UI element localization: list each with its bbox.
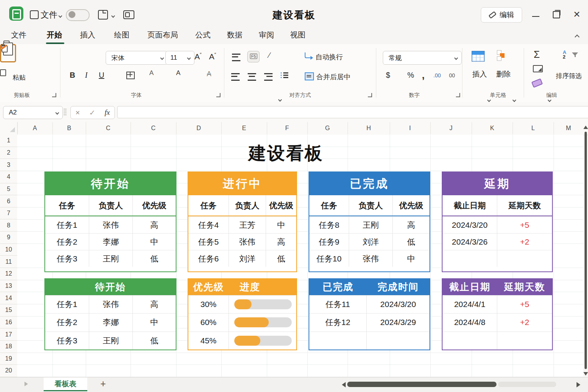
delay-days-cell[interactable]: +5 (497, 216, 552, 233)
owner-cell[interactable]: 王刚 (349, 216, 393, 233)
row-header[interactable]: 1 (0, 135, 17, 147)
clear-eraser-icon[interactable] (531, 78, 543, 88)
delay-days-cell[interactable]: +5 (497, 295, 552, 313)
kanban-todo-table[interactable]: 待开始 任务 负责人 优先级 任务1 张伟 高 任务2 李娜 中 任务3 王刚 … (44, 172, 176, 272)
row-header[interactable]: 8 (0, 219, 17, 232)
finish-date-cell[interactable] (367, 332, 430, 350)
comma-button[interactable]: , (422, 69, 425, 81)
maximize-button[interactable] (553, 11, 560, 18)
col-header[interactable]: L (513, 122, 554, 134)
kanban-delay2-table[interactable]: 截止日期 延期天数 2024/4/1 +5 2024/4/8 +2 (442, 278, 553, 350)
col-header[interactable]: K (472, 122, 513, 134)
progress-pct-cell[interactable]: 45% (188, 332, 229, 350)
owner-cell[interactable]: 王芳 (229, 216, 266, 233)
row-header[interactable]: 18 (0, 341, 17, 353)
row-header[interactable]: 20 (0, 365, 17, 377)
add-sheet-button[interactable]: + (100, 378, 106, 389)
task-cell[interactable]: 任务6 (188, 250, 229, 267)
owner-cell[interactable]: 王刚 (89, 250, 133, 267)
row-header[interactable]: 15 (0, 304, 17, 317)
select-all-corner[interactable] (0, 122, 18, 134)
autosum-icon[interactable]: Σ (534, 49, 540, 60)
tab-page-layout[interactable]: 页面布局 (147, 30, 178, 40)
insert-cells-label[interactable]: 插入 (472, 69, 487, 79)
owner-cell[interactable]: 刘洋 (349, 233, 393, 250)
number-dialog-launcher[interactable] (456, 93, 460, 97)
kanban-delay-table[interactable]: 延期 截止日期 延期天数 2024/3/20 +5 2024/3/26 +2 (442, 172, 553, 272)
delete-cells-label[interactable]: 删除 (496, 69, 511, 79)
col-header[interactable]: A (17, 122, 53, 134)
font-dialog-launcher[interactable] (216, 93, 220, 97)
col-header[interactable]: J (430, 122, 472, 134)
fill-icon[interactable] (533, 65, 543, 72)
copy-icon[interactable] (0, 69, 6, 76)
task-cell[interactable]: 任务11 (309, 295, 367, 313)
task-cell[interactable]: 任务12 (309, 313, 367, 331)
priority-cell[interactable]: 高 (133, 216, 176, 233)
task-cell[interactable]: 任务3 (45, 332, 89, 350)
task-cell[interactable] (309, 332, 367, 350)
row-header[interactable]: 4 (0, 171, 17, 183)
align-top-icon[interactable] (232, 54, 240, 61)
col-header[interactable]: C (86, 122, 131, 134)
cut-icon[interactable] (0, 62, 6, 69)
cancel-entry-icon[interactable]: × (75, 108, 80, 117)
table-style-chevron-icon[interactable] (487, 98, 491, 102)
priority-cell[interactable]: 中 (133, 313, 176, 331)
row-header[interactable]: 2 (0, 147, 17, 159)
format-painter-icon[interactable] (0, 76, 7, 82)
rotate-text-icon[interactable]: ⁄ (269, 51, 270, 60)
row-header[interactable]: 7 (0, 207, 17, 220)
col-header[interactable]: I (390, 122, 431, 134)
row-header[interactable]: 19 (0, 353, 17, 365)
row-header[interactable]: 16 (0, 317, 17, 329)
deadline-cell[interactable]: 2024/4/8 (443, 313, 497, 331)
deadline-cell[interactable] (443, 332, 497, 350)
vscroll-down-icon[interactable] (583, 372, 588, 376)
number-format-select[interactable]: 常规 (383, 51, 462, 65)
row-header[interactable]: 10 (0, 244, 17, 256)
decrease-decimal-icon[interactable]: 00 (449, 72, 455, 78)
priority-cell[interactable]: 中 (393, 250, 430, 267)
col-header[interactable]: F (267, 122, 308, 134)
deadline-cell[interactable]: 2024/3/26 (443, 233, 497, 250)
col-header[interactable]: H (348, 122, 390, 134)
deadline-cell[interactable] (443, 250, 497, 267)
vscroll-up-icon[interactable] (583, 126, 588, 129)
row-header[interactable]: 6 (0, 195, 17, 207)
italic-button[interactable]: I (85, 71, 88, 80)
align-left-icon[interactable] (231, 73, 240, 81)
task-cell[interactable]: 任务3 (45, 250, 89, 267)
align-center-icon[interactable] (248, 73, 256, 81)
tab-file[interactable]: 文件 (11, 30, 26, 40)
conditional-chevron-icon[interactable] (513, 98, 516, 102)
kanban-done-table[interactable]: 已完成 任务 负责人 优先级 任务8 王刚 高 任务9 刘洋 低 任务10 张伟… (309, 172, 430, 272)
tab-data[interactable]: 数据 (227, 30, 242, 40)
owner-cell[interactable]: 张伟 (89, 295, 133, 313)
sheet-tab[interactable]: 看板表 (44, 377, 87, 390)
paste-label[interactable]: 粘贴 (13, 73, 26, 82)
tab-view[interactable]: 视图 (290, 30, 305, 40)
percent-button[interactable]: % (407, 71, 414, 80)
currency-button[interactable]: $ (386, 71, 390, 80)
delay-days-cell[interactable] (497, 332, 552, 350)
delay-days-cell[interactable]: +2 (497, 313, 552, 331)
font-name-select[interactable]: 宋体 (106, 51, 168, 65)
sort-filter-label[interactable]: 排序筛选 (556, 72, 582, 80)
tab-home[interactable]: 开始 (47, 30, 62, 40)
decrease-font-icon[interactable]: A″ (209, 52, 216, 61)
deadline-cell[interactable]: 2024/3/20 (443, 216, 497, 233)
owner-cell[interactable]: 张伟 (229, 233, 266, 250)
priority-cell[interactable]: 低 (133, 250, 176, 267)
task-cell[interactable]: 任务1 (45, 216, 89, 233)
list-icon[interactable] (281, 72, 288, 78)
task-cell[interactable]: 任务9 (309, 233, 349, 250)
clear-format-icon[interactable]: A (207, 70, 211, 78)
clipboard-dialog-launcher[interactable] (52, 93, 56, 97)
autosum-chevron-icon[interactable] (548, 98, 552, 102)
priority-cell[interactable]: 中 (266, 216, 296, 233)
increase-font-icon[interactable]: A″ (194, 52, 201, 61)
table-style-icon[interactable] (472, 51, 485, 62)
priority-cell[interactable]: 中 (133, 233, 176, 250)
col-header[interactable]: G (307, 122, 348, 134)
